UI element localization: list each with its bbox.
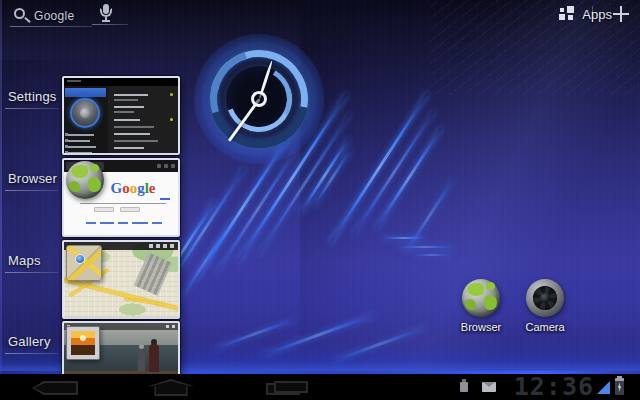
desktop-icon-label: Browser bbox=[447, 321, 515, 333]
battery-charging-icon bbox=[615, 378, 624, 395]
rail-rule bbox=[5, 353, 58, 354]
rail-label-maps: Maps bbox=[8, 253, 41, 268]
voice-search-button[interactable] bbox=[99, 4, 113, 24]
search-icon bbox=[14, 8, 25, 19]
plus-icon bbox=[620, 6, 622, 22]
desktop-icon-camera[interactable]: Camera bbox=[511, 279, 579, 333]
maps-app-icon bbox=[66, 245, 102, 281]
home-screen: Google Apps Settings bbox=[0, 0, 640, 400]
photo-person bbox=[138, 349, 145, 371]
thumbnail-settings[interactable] bbox=[62, 76, 180, 155]
desktop-icon-label: Camera bbox=[511, 321, 579, 333]
rail-rule bbox=[5, 190, 58, 191]
signal-icon bbox=[597, 381, 610, 394]
status-clock: 12:36 bbox=[514, 372, 594, 400]
apps-button[interactable]: Apps bbox=[559, 4, 612, 24]
camera-lens-icon bbox=[526, 279, 564, 317]
rail-label-settings: Settings bbox=[8, 89, 57, 104]
rail-rule bbox=[5, 108, 58, 109]
thumbnail-browser[interactable]: Google bbox=[62, 158, 180, 237]
home-button[interactable] bbox=[148, 379, 194, 396]
settings-preview bbox=[64, 78, 178, 153]
recent-apps-button[interactable] bbox=[266, 381, 310, 396]
status-area[interactable]: 12:36 bbox=[444, 374, 634, 400]
settings-volume-dial bbox=[70, 98, 100, 128]
settings-selected-row bbox=[65, 88, 106, 97]
add-widget-button[interactable] bbox=[610, 3, 632, 25]
usb-icon bbox=[460, 382, 468, 392]
clock-hub bbox=[251, 91, 267, 107]
microphone-icon-arc bbox=[100, 8, 112, 17]
rail-rule bbox=[5, 272, 58, 273]
back-button[interactable] bbox=[32, 381, 78, 395]
desktop-icon-browser[interactable]: Browser bbox=[447, 279, 515, 333]
apps-grid-icon bbox=[559, 6, 575, 22]
wallpaper-left-edge bbox=[0, 0, 2, 374]
email-notification-icon bbox=[482, 382, 496, 392]
browser-globe-icon bbox=[462, 279, 500, 317]
photo-person bbox=[149, 344, 159, 372]
mic-underline bbox=[92, 24, 128, 25]
microphone-icon-base bbox=[102, 20, 110, 22]
rail-label-browser: Browser bbox=[8, 171, 57, 186]
thumbnail-maps[interactable] bbox=[62, 240, 180, 319]
rail-label-gallery: Gallery bbox=[8, 334, 51, 349]
search-label: Google bbox=[34, 9, 75, 23]
actionbar-divider bbox=[592, 6, 593, 22]
gallery-app-icon bbox=[66, 326, 100, 360]
search-underline bbox=[10, 26, 92, 27]
analog-clock-widget[interactable] bbox=[202, 42, 316, 156]
browser-globe-icon bbox=[66, 161, 104, 199]
apps-label: Apps bbox=[582, 7, 612, 22]
